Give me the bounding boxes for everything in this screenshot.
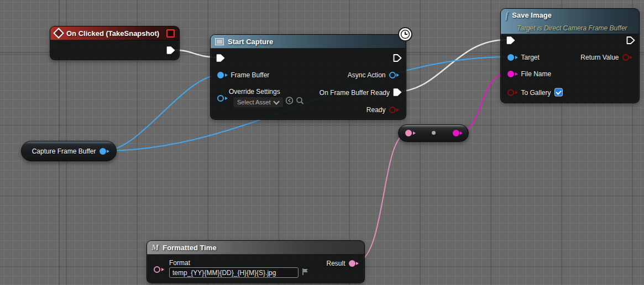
node-save-image-header[interactable]: f Save Image Target is Direct Camera Fra… [501,9,639,34]
pin-file-name[interactable]: File Name [507,70,551,78]
pin-label: Result [326,260,345,267]
pin-label: Async Action [348,71,386,79]
pin-result[interactable]: Result [326,260,359,267]
bool-pin-icon [507,89,518,96]
node-title: Save Image [512,11,552,19]
exec-in-pin[interactable] [216,54,225,62]
text-pin-icon [154,266,164,273]
node-text-to-string-conversion[interactable] [398,124,469,142]
exec-out-pin[interactable] [393,54,402,62]
exec-pin-icon [506,36,515,45]
node-subtitle: Target is Direct Camera Frame Buffer [517,24,635,32]
pin-async-action[interactable]: Async Action [348,71,399,79]
node-title: Formatted Time [163,244,216,252]
node-on-clicked-header[interactable]: On Clicked (TakeSnapshot) [50,27,179,40]
pin-override-settings[interactable] [217,95,228,102]
exec-out-pin[interactable] [166,46,175,55]
to-gallery-checkbox[interactable] [554,88,563,97]
use-selected-asset-icon[interactable] [285,97,294,107]
string-pin-icon[interactable] [453,130,463,136]
conversion-dot-icon [432,131,436,135]
object-pin-icon [217,95,228,102]
pin-label: File Name [521,70,552,78]
bool-pin-icon [622,54,633,61]
wire-conversion-to-filename [458,73,507,133]
node-start-capture[interactable]: Start Capture Frame Buffer Override Sett… [210,34,406,120]
exec-out-pin[interactable] [626,36,635,45]
wire-exec-onframebufferready-to-saveimage [396,40,506,92]
bool-pin-icon [389,107,400,113]
flag-icon[interactable] [302,268,310,278]
pin-label: Frame Buffer [231,71,270,79]
pin-on-frame-buffer-ready[interactable]: On Frame Buffer Ready [320,88,402,97]
event-icon [53,28,64,39]
delegate-pin-icon[interactable] [166,29,175,38]
pin-label: Return Value [580,54,619,61]
pin-ready[interactable]: Ready [366,106,399,114]
pin-label: Ready [366,106,386,114]
variable-label: Capture Frame Buffer [32,147,96,155]
wire-capturefb-to-framebuffer [104,75,221,151]
pin-frame-buffer[interactable]: Frame Buffer [217,71,269,79]
node-save-image[interactable]: f Save Image Target is Direct Camera Fra… [500,8,640,103]
pin-label: Target [521,54,540,61]
exec-pin-icon [393,54,402,62]
pin-label: On Frame Buffer Ready [320,88,390,96]
select-asset-dropdown[interactable]: Select Asset [233,97,284,108]
node-title: On Clicked (TakeSnapshot) [66,29,159,38]
chevron-down-icon [273,98,279,104]
exec-pin-icon [393,88,402,97]
async-task-icon [215,38,224,45]
string-pin-icon [507,71,518,77]
pin-label: To Gallery [521,88,551,96]
blueprint-canvas[interactable]: On Clicked (TakeSnapshot) Start Capture … [0,0,644,285]
text-pin-icon[interactable] [405,130,416,136]
exec-in-pin[interactable] [506,36,515,45]
node-on-clicked[interactable]: On Clicked (TakeSnapshot) [50,26,180,60]
object-pin-icon [507,54,518,61]
exec-pin-icon [216,54,225,62]
node-capture-frame-buffer[interactable]: Capture Frame Buffer [21,141,117,161]
exec-pin-icon [166,46,175,55]
exec-pin-icon [626,36,635,45]
browse-asset-icon[interactable] [296,97,304,107]
object-pin-icon[interactable] [100,148,110,155]
macro-icon: M [151,244,159,252]
pin-return-value[interactable]: Return Value [580,54,632,61]
select-asset-label: Select Asset [237,99,271,105]
pin-to-gallery[interactable]: To Gallery [507,88,563,97]
pin-format-label: Format [169,259,190,267]
pin-target[interactable]: Target [507,54,540,61]
object-pin-icon [389,72,400,78]
pin-format[interactable] [154,266,164,273]
text-pin-icon [349,260,359,267]
node-start-capture-header[interactable]: Start Capture [211,35,406,49]
format-text-input[interactable] [169,267,299,278]
node-formatted-time[interactable]: M Formatted Time Format Result [146,240,365,283]
node-formatted-time-header[interactable]: M Formatted Time [147,241,364,255]
function-icon: f [505,11,508,20]
node-title: Start Capture [228,38,273,46]
pin-override-settings-label: Override Settings [229,88,280,96]
latent-clock-icon [398,27,412,41]
object-pin-icon [217,72,228,78]
